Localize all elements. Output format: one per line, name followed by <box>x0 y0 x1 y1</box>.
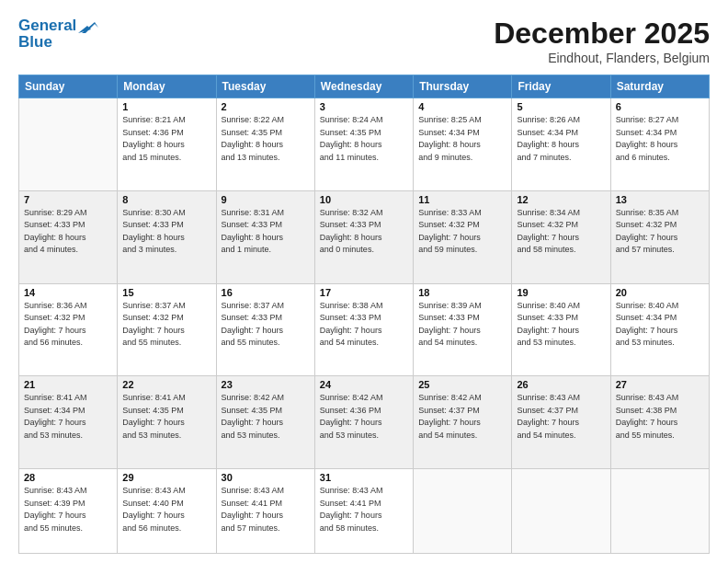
day-number: 3 <box>320 101 408 112</box>
day-number: 26 <box>517 379 605 390</box>
calendar-cell <box>610 469 709 554</box>
calendar-cell: 2Sunrise: 8:22 AMSunset: 4:35 PMDaylight… <box>216 98 314 191</box>
calendar-cell: 30Sunrise: 8:43 AMSunset: 4:41 PMDayligh… <box>216 469 314 554</box>
header-row: Sunday Monday Tuesday Wednesday Thursday… <box>19 75 710 98</box>
day-number: 12 <box>517 194 605 205</box>
calendar-cell: 21Sunrise: 8:41 AMSunset: 4:34 PMDayligh… <box>19 376 118 469</box>
day-number: 4 <box>418 101 506 112</box>
day-number: 2 <box>222 101 310 112</box>
col-thursday: Thursday <box>414 75 512 98</box>
day-detail: Sunrise: 8:31 AMSunset: 4:33 PMDaylight:… <box>222 207 310 257</box>
day-detail: Sunrise: 8:30 AMSunset: 4:33 PMDaylight:… <box>122 207 210 257</box>
calendar-week-row: 1Sunrise: 8:21 AMSunset: 4:36 PMDaylight… <box>19 98 710 191</box>
logo-blue: Blue <box>18 33 98 52</box>
col-wednesday: Wednesday <box>314 75 413 98</box>
day-detail: Sunrise: 8:43 AMSunset: 4:41 PMDaylight:… <box>320 485 408 534</box>
day-number: 9 <box>222 194 310 205</box>
day-detail: Sunrise: 8:25 AMSunset: 4:34 PMDaylight:… <box>418 114 506 164</box>
calendar-cell: 11Sunrise: 8:33 AMSunset: 4:32 PMDayligh… <box>414 190 512 283</box>
calendar-cell: 4Sunrise: 8:25 AMSunset: 4:34 PMDaylight… <box>414 98 512 191</box>
day-number: 16 <box>222 287 310 298</box>
calendar-cell: 14Sunrise: 8:36 AMSunset: 4:32 PMDayligh… <box>19 283 118 376</box>
calendar-cell: 28Sunrise: 8:43 AMSunset: 4:39 PMDayligh… <box>19 469 118 554</box>
day-detail: Sunrise: 8:40 AMSunset: 4:34 PMDaylight:… <box>616 300 704 350</box>
calendar-cell: 22Sunrise: 8:41 AMSunset: 4:35 PMDayligh… <box>118 376 216 469</box>
day-number: 24 <box>320 379 408 390</box>
calendar-week-row: 14Sunrise: 8:36 AMSunset: 4:32 PMDayligh… <box>19 283 710 376</box>
day-detail: Sunrise: 8:21 AMSunset: 4:36 PMDaylight:… <box>122 114 210 164</box>
day-number: 25 <box>418 379 506 390</box>
calendar-cell: 19Sunrise: 8:40 AMSunset: 4:33 PMDayligh… <box>512 283 610 376</box>
header: General Blue December 2025 Eindhout, Fla… <box>18 17 710 65</box>
col-sunday: Sunday <box>19 75 118 98</box>
day-detail: Sunrise: 8:34 AMSunset: 4:32 PMDaylight:… <box>517 207 605 257</box>
day-number: 28 <box>24 472 112 483</box>
col-saturday: Saturday <box>610 75 709 98</box>
logo-text: General <box>18 17 98 35</box>
calendar-cell <box>414 469 512 554</box>
calendar-cell: 23Sunrise: 8:42 AMSunset: 4:35 PMDayligh… <box>216 376 314 469</box>
day-number: 23 <box>222 379 310 390</box>
day-detail: Sunrise: 8:22 AMSunset: 4:35 PMDaylight:… <box>222 114 310 164</box>
day-number: 20 <box>616 287 704 298</box>
day-number: 13 <box>616 194 704 205</box>
day-detail: Sunrise: 8:37 AMSunset: 4:32 PMDaylight:… <box>122 300 210 350</box>
day-number: 10 <box>320 194 408 205</box>
calendar-cell: 25Sunrise: 8:42 AMSunset: 4:37 PMDayligh… <box>414 376 512 469</box>
day-number: 29 <box>122 472 210 483</box>
calendar-week-row: 7Sunrise: 8:29 AMSunset: 4:33 PMDaylight… <box>19 190 710 283</box>
col-tuesday: Tuesday <box>216 75 314 98</box>
day-number: 17 <box>320 287 408 298</box>
calendar-cell: 7Sunrise: 8:29 AMSunset: 4:33 PMDaylight… <box>19 190 118 283</box>
day-detail: Sunrise: 8:37 AMSunset: 4:33 PMDaylight:… <box>222 300 310 350</box>
day-number: 22 <box>122 379 210 390</box>
calendar-cell <box>512 469 610 554</box>
calendar-cell: 17Sunrise: 8:38 AMSunset: 4:33 PMDayligh… <box>314 283 413 376</box>
day-number: 14 <box>24 287 112 298</box>
calendar-cell: 29Sunrise: 8:43 AMSunset: 4:40 PMDayligh… <box>118 469 216 554</box>
day-detail: Sunrise: 8:42 AMSunset: 4:36 PMDaylight:… <box>320 392 408 442</box>
calendar-cell: 1Sunrise: 8:21 AMSunset: 4:36 PMDaylight… <box>118 98 216 191</box>
title-block: December 2025 Eindhout, Flanders, Belgiu… <box>494 17 710 65</box>
page: General Blue December 2025 Eindhout, Fla… <box>0 0 728 563</box>
day-number: 15 <box>122 287 210 298</box>
calendar-cell: 18Sunrise: 8:39 AMSunset: 4:33 PMDayligh… <box>414 283 512 376</box>
calendar-cell: 15Sunrise: 8:37 AMSunset: 4:32 PMDayligh… <box>118 283 216 376</box>
calendar-cell: 9Sunrise: 8:31 AMSunset: 4:33 PMDaylight… <box>216 190 314 283</box>
day-detail: Sunrise: 8:35 AMSunset: 4:32 PMDaylight:… <box>616 207 704 257</box>
day-detail: Sunrise: 8:43 AMSunset: 4:41 PMDaylight:… <box>222 485 310 534</box>
calendar-cell: 12Sunrise: 8:34 AMSunset: 4:32 PMDayligh… <box>512 190 610 283</box>
day-number: 7 <box>24 194 112 205</box>
day-detail: Sunrise: 8:42 AMSunset: 4:35 PMDaylight:… <box>222 392 310 442</box>
calendar-cell: 3Sunrise: 8:24 AMSunset: 4:35 PMDaylight… <box>314 98 413 191</box>
calendar-cell: 27Sunrise: 8:43 AMSunset: 4:38 PMDayligh… <box>610 376 709 469</box>
day-detail: Sunrise: 8:40 AMSunset: 4:33 PMDaylight:… <box>517 300 605 350</box>
day-detail: Sunrise: 8:24 AMSunset: 4:35 PMDaylight:… <box>320 114 408 164</box>
day-number: 19 <box>517 287 605 298</box>
logo: General Blue <box>18 17 98 52</box>
calendar-cell: 6Sunrise: 8:27 AMSunset: 4:34 PMDaylight… <box>610 98 709 191</box>
day-number: 30 <box>222 472 310 483</box>
day-detail: Sunrise: 8:39 AMSunset: 4:33 PMDaylight:… <box>418 300 506 350</box>
day-detail: Sunrise: 8:43 AMSunset: 4:39 PMDaylight:… <box>24 485 112 534</box>
calendar-cell: 16Sunrise: 8:37 AMSunset: 4:33 PMDayligh… <box>216 283 314 376</box>
calendar-cell: 24Sunrise: 8:42 AMSunset: 4:36 PMDayligh… <box>314 376 413 469</box>
calendar-week-row: 21Sunrise: 8:41 AMSunset: 4:34 PMDayligh… <box>19 376 710 469</box>
day-detail: Sunrise: 8:43 AMSunset: 4:37 PMDaylight:… <box>517 392 605 442</box>
day-detail: Sunrise: 8:41 AMSunset: 4:34 PMDaylight:… <box>24 392 112 442</box>
day-number: 8 <box>122 194 210 205</box>
day-number: 6 <box>616 101 704 112</box>
day-detail: Sunrise: 8:36 AMSunset: 4:32 PMDaylight:… <box>24 300 112 350</box>
day-detail: Sunrise: 8:41 AMSunset: 4:35 PMDaylight:… <box>122 392 210 442</box>
calendar-cell: 10Sunrise: 8:32 AMSunset: 4:33 PMDayligh… <box>314 190 413 283</box>
calendar-week-row: 28Sunrise: 8:43 AMSunset: 4:39 PMDayligh… <box>19 469 710 554</box>
day-number: 1 <box>122 101 210 112</box>
calendar-cell: 31Sunrise: 8:43 AMSunset: 4:41 PMDayligh… <box>314 469 413 554</box>
calendar-cell: 20Sunrise: 8:40 AMSunset: 4:34 PMDayligh… <box>610 283 709 376</box>
day-number: 21 <box>24 379 112 390</box>
day-number: 11 <box>418 194 506 205</box>
day-detail: Sunrise: 8:38 AMSunset: 4:33 PMDaylight:… <box>320 300 408 350</box>
col-friday: Friday <box>512 75 610 98</box>
day-number: 31 <box>320 472 408 483</box>
month-title: December 2025 <box>494 17 710 51</box>
